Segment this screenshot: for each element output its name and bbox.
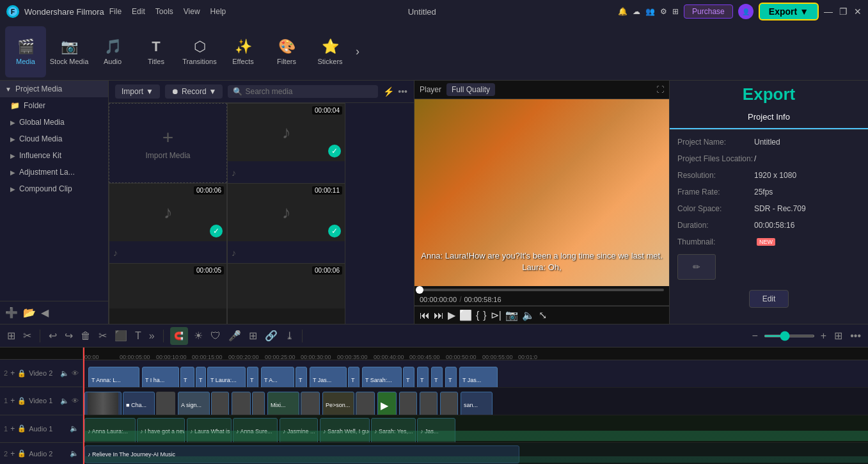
track-add-icon-a1[interactable]: +: [10, 424, 15, 433]
clip-v1-small5[interactable]: [301, 392, 320, 415]
tl-more-button[interactable]: »: [147, 328, 157, 344]
media-card-3[interactable]: ♪ 00:00:11 ✓ ♪: [227, 183, 345, 263]
icon-notification[interactable]: 🔔: [618, 7, 627, 16]
track-lock-icon-v1[interactable]: 🔒: [17, 397, 26, 405]
clip-v1-small9[interactable]: [440, 392, 458, 415]
menu-help[interactable]: Help: [210, 7, 226, 16]
audio-button[interactable]: 🔈: [522, 309, 535, 321]
icon-community[interactable]: 👥: [645, 7, 655, 16]
tl-group-button[interactable]: ⊞: [247, 328, 259, 344]
tl-cut-button[interactable]: ✂: [97, 328, 109, 344]
tl-grid-button[interactable]: ⊞: [832, 328, 844, 344]
quality-button[interactable]: Full Quality: [446, 83, 495, 96]
media-card-4[interactable]: 00:00:05 ♪: [109, 263, 227, 324]
tl-undo-button[interactable]: ↩: [47, 328, 59, 344]
menu-edit[interactable]: Edit: [132, 7, 145, 16]
panel-add-icon[interactable]: ➕: [5, 307, 18, 319]
track-add-icon-v2[interactable]: +: [10, 369, 15, 378]
purchase-button[interactable]: Purchase: [684, 4, 733, 19]
tl-split-button[interactable]: ⬛: [113, 328, 129, 344]
tl-text-button[interactable]: T: [133, 328, 143, 344]
media-card-2[interactable]: ♪ 00:00:06 ✓ ♪: [109, 183, 227, 263]
tl-select-button[interactable]: ✂: [21, 328, 33, 344]
more-icon[interactable]: •••: [398, 86, 407, 97]
icon-apps[interactable]: ⊞: [672, 7, 679, 16]
minimize-button[interactable]: —: [824, 6, 833, 17]
tl-delete-button[interactable]: 🗑: [79, 328, 93, 344]
step-fwd-button[interactable]: ⏭: [434, 310, 444, 321]
clip-v2-13[interactable]: T: [417, 367, 429, 388]
clip-v1-green[interactable]: ▶: [377, 392, 397, 415]
clip-v2-15[interactable]: T: [445, 367, 457, 388]
track-audio-icon-v2[interactable]: 🔈: [60, 369, 69, 378]
step-back-button[interactable]: ⏮: [420, 310, 430, 321]
tl-dots-button[interactable]: •••: [848, 328, 863, 344]
clip-v2-5[interactable]: T Laura:...: [207, 367, 246, 388]
menu-file[interactable]: File: [109, 7, 122, 16]
track-lock-icon-a1[interactable]: 🔒: [17, 424, 26, 433]
zoom-minus-button[interactable]: −: [750, 328, 760, 344]
clip-v1-small1[interactable]: [156, 392, 175, 415]
export-frame-button[interactable]: ⊳|: [491, 309, 501, 321]
media-card-1[interactable]: ♪ 00:00:04 ✓ ♪: [227, 103, 345, 183]
track-add-icon-v1[interactable]: +: [10, 396, 15, 405]
panel-item-cloud-media[interactable]: ▶ Cloud Media: [0, 131, 108, 147]
track-audio-icon-v1[interactable]: 🔈: [60, 397, 69, 405]
filter-icon[interactable]: ⚡: [383, 86, 394, 97]
mark-out-button[interactable]: }: [483, 310, 486, 321]
clip-v1-cha[interactable]: ■ Cha...: [123, 392, 155, 415]
panel-item-compound-clip[interactable]: ▶ Compound Clip: [0, 180, 108, 197]
tab-project-info[interactable]: Project Info: [670, 106, 868, 129]
toolbar-filters[interactable]: 🎨 Filters: [266, 26, 307, 77]
clip-v2-1[interactable]: T Anna: L...: [88, 367, 139, 388]
mark-in-button[interactable]: {: [476, 310, 479, 321]
import-button[interactable]: Import ▼: [115, 84, 160, 99]
edit-button[interactable]: Edit: [749, 290, 789, 308]
tl-sun-button[interactable]: ☀: [192, 328, 205, 344]
record-button[interactable]: ⏺ Record ▼: [165, 84, 223, 99]
clip-v1-small8[interactable]: [420, 392, 438, 415]
track-audio-icon-a2[interactable]: 🔈: [70, 449, 79, 458]
panel-collapse-icon[interactable]: ◀: [41, 307, 49, 319]
toolbar-media[interactable]: 🎬 Media: [5, 26, 46, 77]
track-lock-icon-a2[interactable]: 🔒: [17, 449, 26, 458]
close-button[interactable]: ✕: [854, 6, 862, 17]
tl-mic-button[interactable]: 🎤: [226, 328, 243, 344]
icon-backup[interactable]: ☁: [633, 7, 640, 16]
panel-item-folder[interactable]: 📁 Folder: [0, 97, 108, 114]
clip-v2-12[interactable]: T: [403, 367, 414, 388]
panel-item-global-media[interactable]: ▶ Global Media: [0, 114, 108, 131]
snapshot-button[interactable]: 📷: [505, 309, 518, 321]
toolbar-effects[interactable]: ✨ Effects: [223, 26, 264, 77]
clip-v1-small2[interactable]: [211, 392, 229, 415]
tl-snap-button[interactable]: ⊞: [5, 328, 17, 344]
icon-settings[interactable]: ⚙: [660, 7, 667, 16]
track-eye-icon-v1[interactable]: 👁: [72, 397, 79, 404]
clip-v1-san[interactable]: san...: [461, 392, 493, 415]
menu-tools[interactable]: Tools: [155, 7, 173, 16]
clip-v1-small6[interactable]: [356, 392, 375, 415]
toolbar-titles[interactable]: T Titles: [136, 26, 177, 77]
clip-v1-small3[interactable]: [232, 392, 251, 415]
clip-v1-person[interactable]: Pe>son...: [322, 392, 354, 415]
tl-link-button[interactable]: 🔗: [263, 328, 280, 344]
track-eye-icon-v2[interactable]: 👁: [72, 369, 79, 377]
toolbar-transitions[interactable]: ⬡ Transitions: [179, 26, 220, 77]
clip-v2-3[interactable]: T: [180, 367, 194, 388]
fit-screen-button[interactable]: ⤡: [539, 309, 547, 321]
fullscreen-icon[interactable]: ⛶: [656, 85, 664, 94]
clip-v1-sign[interactable]: A sign...: [178, 392, 210, 415]
play-button[interactable]: ▶: [448, 309, 455, 321]
clip-v1-mixi[interactable]: Mixi...: [267, 392, 299, 415]
clip-v2-2[interactable]: T I ha...: [142, 367, 179, 388]
tl-compress-button[interactable]: ⤓: [283, 328, 296, 344]
thumbnail-box[interactable]: ✏: [677, 254, 716, 280]
clip-v2-16[interactable]: T Jas...: [459, 367, 498, 388]
track-audio-icon-a1[interactable]: 🔈: [70, 424, 79, 433]
import-media-card[interactable]: + Import Media: [109, 103, 227, 183]
clip-v1-small4[interactable]: [252, 392, 265, 415]
clip-v2-8[interactable]: T: [296, 367, 307, 388]
toolbar-stock-media[interactable]: 📷 Stock Media: [49, 26, 90, 77]
zoom-plus-button[interactable]: +: [819, 328, 828, 344]
clip-v2-4[interactable]: T: [196, 367, 206, 388]
